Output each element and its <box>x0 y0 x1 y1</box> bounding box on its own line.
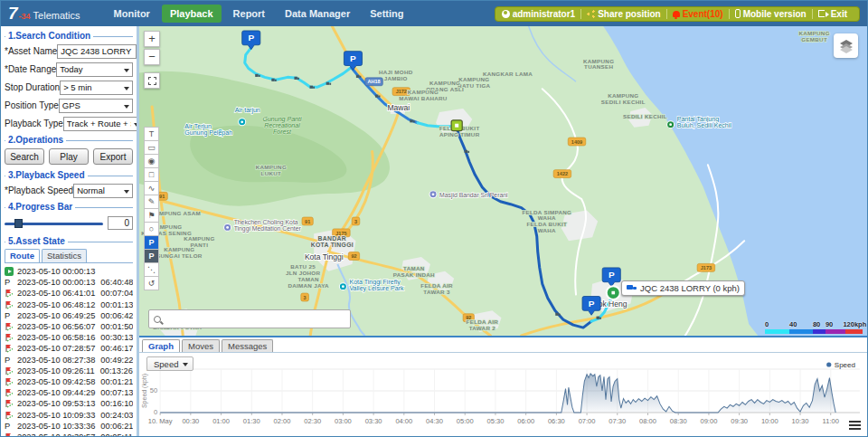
nav-item-report[interactable]: Report <box>225 5 273 23</box>
nav-item-setting[interactable]: Setting <box>362 5 411 23</box>
track-points-icon[interactable]: ⋱ <box>144 262 159 277</box>
export-button[interactable]: Export <box>93 148 133 165</box>
parking-blue-icon[interactable]: P <box>144 235 159 250</box>
speed-chart: 05010010. May00:3001:0001:3002:0002:3003… <box>139 353 867 434</box>
x-tick-label: 09:30 <box>731 417 748 425</box>
user-menu-exit[interactable]: Exit <box>812 9 853 19</box>
nav-menu: MonitorPlaybackReportData ManagerSetting <box>106 5 412 23</box>
vehicle-marker[interactable] <box>607 286 620 299</box>
trip-icon <box>5 411 14 420</box>
user-menu-event-10-[interactable]: Event(10) <box>666 9 729 19</box>
area-select-icon[interactable]: □ <box>144 167 159 182</box>
tab-messages[interactable]: Messages <box>222 339 273 352</box>
map-label: KAMPUNGGEMBUT <box>798 30 829 43</box>
map-label: SEDILI KECHIL <box>623 113 667 119</box>
row-detail: 00:01:21 (0.1 km) <box>100 377 133 386</box>
waypoint-marker[interactable] <box>451 120 462 131</box>
search-button[interactable]: Search <box>5 148 44 165</box>
search-input[interactable] <box>165 314 345 324</box>
asset-state-row[interactable]: 2023-05-10 00:00:13 <box>5 266 133 277</box>
field-label: Playback Type <box>5 119 63 128</box>
asset-state-row[interactable]: P2023-05-10 10:33:3600:06:21 <box>5 421 133 432</box>
asset-state-row[interactable]: 2023-05-10 10:39:5700:05:11 (0.9 km) <box>5 432 133 436</box>
asset-state-row[interactable]: 2023-05-10 06:58:1600:30:13 (29.5 km) <box>5 332 133 343</box>
row-time: 2023-05-10 08:27:38 <box>17 356 95 365</box>
traffic-icon[interactable]: ▭ <box>144 140 159 155</box>
svg-text:J173: J173 <box>701 265 712 271</box>
clear-icon[interactable]: ↺ <box>144 276 159 290</box>
tab-route[interactable]: Route <box>5 249 40 262</box>
section-title: 3.Playback Speed <box>5 170 88 180</box>
place-pin-icon[interactable]: ◉ <box>144 154 159 168</box>
progress-slider[interactable] <box>5 218 103 229</box>
layers-button[interactable] <box>834 33 858 58</box>
parking-marker[interactable]: P <box>344 52 362 71</box>
share-icon <box>587 10 595 18</box>
asset-state-row[interactable]: 2023-05-10 06:56:0700:01:50 (0.6 km) <box>5 321 133 332</box>
asset-state-row[interactable]: 2023-05-10 10:09:3300:24:03 (4.3 km) <box>5 409 133 420</box>
asset-name-input[interactable] <box>57 44 137 59</box>
chart-menu-icon[interactable] <box>849 419 861 430</box>
asset-state-row[interactable]: 2023-05-10 09:44:2900:07:13 (1.7 km) <box>5 387 133 398</box>
row-time: 2023-05-10 10:39:57 <box>17 432 95 436</box>
svg-text:92: 92 <box>351 253 356 259</box>
parking-marker[interactable]: P <box>242 31 260 50</box>
nav-item-monitor[interactable]: Monitor <box>106 5 158 23</box>
position-type-select[interactable]: GPS <box>59 99 133 113</box>
zoom-in-button[interactable]: + <box>144 31 160 47</box>
asset-state-row[interactable]: 2023-05-10 09:42:5800:01:21 (0.1 km) <box>5 376 133 387</box>
field-row: *Asset Name <box>5 43 133 60</box>
mini-truck-icon <box>465 150 469 153</box>
row-time: 2023-05-10 06:48:12 <box>17 300 95 309</box>
asset-state-row[interactable]: P2023-05-10 00:00:1306:40:48 <box>5 277 133 288</box>
asset-state-row[interactable]: P2023-05-10 08:27:3800:49:22 <box>5 355 133 366</box>
nav-item-data-manager[interactable]: Data Manager <box>277 5 358 23</box>
x-tick-label: 01:30 <box>243 417 260 425</box>
user-menu-share-position[interactable]: Share position <box>580 9 665 19</box>
section-title: 2.Operations <box>5 135 66 145</box>
tab-statistics[interactable]: Statistics <box>42 249 87 262</box>
playback-speed-select[interactable]: Normal <box>73 184 133 198</box>
bottom-tabs: GraphMovesMessages <box>139 337 867 353</box>
asset-state-row[interactable]: 2023-05-10 09:26:1100:13:26 (1.8 km) <box>5 366 133 376</box>
legend-label: Speed <box>835 361 855 369</box>
asset-state-row[interactable]: 2023-05-10 09:53:1300:16:10 (3.6 km) <box>5 398 133 409</box>
speed-legend-segment <box>813 329 826 334</box>
user-menu-administrator1[interactable]: administrator1 <box>502 9 580 19</box>
zoom-out-button[interactable]: − <box>144 49 160 65</box>
user-menu-mobile-version[interactable]: Mobile version <box>729 9 812 19</box>
circle-select-icon[interactable]: ○ <box>144 222 159 236</box>
road-shield: 91 <box>302 217 313 225</box>
measure-chart-icon[interactable]: ∿ <box>144 181 159 195</box>
tab-graph[interactable]: Graph <box>142 339 180 352</box>
user-icon <box>502 10 510 18</box>
x-tick-label: 11:00 <box>823 417 839 425</box>
nav-item-playback[interactable]: Playback <box>162 5 222 23</box>
truck-icon <box>627 285 637 291</box>
asset-state-row[interactable]: 2023-05-10 07:28:5700:46:17 (18.4 km) <box>5 343 133 354</box>
user-menu: administrator1Share positionEvent(10)Mob… <box>495 6 860 22</box>
parking-icon: P <box>5 311 14 320</box>
asset-state-list: 2023-05-10 00:00:13P2023-05-10 00:00:130… <box>5 262 133 436</box>
play-button[interactable]: Play <box>49 148 89 165</box>
fullscreen-button[interactable] <box>144 72 160 89</box>
user-menu-label: Event(10) <box>683 9 723 19</box>
label-toggle-icon[interactable]: T <box>144 127 159 141</box>
flag-icon[interactable]: ⚑ <box>144 208 159 223</box>
draw-line-icon[interactable]: ✎ <box>144 195 159 209</box>
asset-state-row[interactable]: 2023-05-10 06:48:1200:01:13 (0.1 km) <box>5 299 133 310</box>
date-range-select[interactable]: Today <box>56 62 133 77</box>
asset-state-row[interactable]: 2023-05-10 06:41:0100:07:04 (3.9 km) <box>5 288 133 299</box>
tab-moves[interactable]: Moves <box>182 339 220 352</box>
svg-text:91: 91 <box>159 194 165 199</box>
stop-duration-select[interactable]: > 5 min <box>60 81 133 95</box>
map-canvas[interactable]: 91913J1759239214091422J172J173AH18 KAMPU… <box>139 26 867 337</box>
svg-text:1409: 1409 <box>571 139 582 145</box>
progress-slider-handle[interactable] <box>14 219 23 228</box>
row-time: 2023-05-10 10:09:33 <box>17 411 95 420</box>
asset-state-row[interactable]: P2023-05-10 06:49:2500:06:42 <box>5 310 133 321</box>
playback-type-select[interactable]: Track + Route + Statistics <box>63 117 139 131</box>
series-selector-button[interactable]: Speed <box>146 356 193 371</box>
parking-dark-icon[interactable]: P <box>144 249 159 263</box>
parking-marker[interactable]: P <box>582 297 600 316</box>
